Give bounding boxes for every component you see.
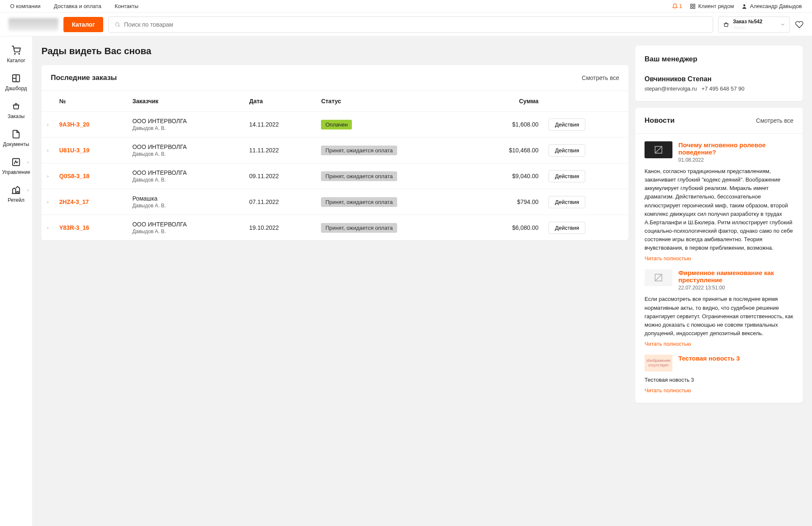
search-input[interactable] (124, 21, 707, 28)
topnav-delivery[interactable]: Доставка и оплата (54, 3, 101, 9)
orders-see-all[interactable]: Смотреть все (582, 74, 619, 81)
svg-rect-3 (693, 7, 695, 8)
expand-toggle[interactable]: › (41, 112, 54, 138)
order-number-link[interactable]: U81U-3_19 (59, 147, 90, 154)
actions-button[interactable]: Действия (549, 222, 585, 234)
news-link[interactable]: Почему мгновенно ролевое поведение? (678, 141, 765, 156)
col-status: Статус (316, 91, 472, 112)
news-date: 01.08.2022 (678, 157, 793, 163)
manager-email[interactable]: stepan@intervolga.ru (645, 85, 697, 92)
table-row: ›Y83R-3_16ООО ИНТЕРВОЛГАДавыдов А. В.19.… (41, 215, 628, 241)
actions-button[interactable]: Действия (549, 118, 585, 131)
person-name: Давыдов А. В. (132, 151, 239, 157)
news-date: 22.07.2022 13:51:00 (678, 285, 793, 291)
expand-toggle[interactable]: › (41, 215, 54, 241)
dashboard-icon (11, 74, 21, 83)
svg-point-7 (14, 53, 15, 54)
company-name: ООО ИНТЕРВОЛГА (132, 118, 239, 124)
cart-icon (11, 46, 21, 55)
svg-rect-1 (693, 4, 695, 6)
expand-toggle[interactable]: › (41, 138, 54, 163)
actions-button[interactable]: Действия (549, 170, 585, 182)
table-row: ›U81U-3_19ООО ИНТЕРВОЛГАДавыдов А. В.11.… (41, 138, 628, 163)
catalog-button[interactable]: Каталог (63, 17, 103, 32)
person-name: Давыдов А. В. (132, 229, 239, 234)
company-name: ООО ИНТЕРВОЛГА (132, 221, 239, 228)
order-sum: $10,468.00 (472, 138, 543, 163)
news-item: Изображение отсутствуетТестовая новость … (645, 355, 793, 394)
news-link[interactable]: Тестовая новость 3 (678, 355, 740, 362)
col-sum: Сумма (472, 91, 543, 112)
order-number-link[interactable]: 2HZ4-3_17 (59, 198, 89, 205)
status-badge: Принят, ожидается оплата (321, 146, 397, 155)
topnav-contacts[interactable]: Контакты (115, 3, 138, 9)
company-name: Ромашка (132, 195, 239, 202)
company-name: ООО ИНТЕРВОЛГА (132, 143, 239, 150)
client-nearby-button[interactable]: Клиент рядом (690, 3, 734, 9)
sidebar-item-label: Каталог (7, 58, 25, 63)
actions-button[interactable]: Действия (549, 144, 585, 157)
news-see-all[interactable]: Смотреть все (756, 117, 793, 124)
order-selector[interactable]: Заказ №542 ——— (718, 17, 790, 33)
svg-line-14 (655, 146, 662, 153)
expand-toggle[interactable]: › (41, 163, 54, 189)
qr-icon (690, 3, 696, 9)
manager-phone[interactable]: +7 495 648 57 90 (702, 85, 745, 92)
sidebar-item-2[interactable]: Заказы (0, 96, 32, 124)
person-name: Давыдов А. В. (132, 177, 239, 183)
company-name: ООО ИНТЕРВОЛГА (132, 169, 239, 176)
search-box[interactable] (108, 17, 713, 33)
order-sum: $9,040.00 (472, 163, 543, 189)
sidebar-item-5[interactable]: Ретейл› (0, 180, 32, 208)
order-sum: $1,608.00 (472, 112, 543, 138)
svg-point-4 (743, 4, 746, 6)
orders-title: Последние заказы (51, 74, 117, 82)
order-number-link[interactable]: Q0S8-3_18 (59, 173, 90, 179)
news-read-more[interactable]: Читать полностью (645, 341, 691, 347)
expand-toggle[interactable]: › (41, 189, 54, 215)
news-read-more[interactable]: Читать полностью (645, 255, 691, 262)
svg-line-16 (655, 274, 662, 281)
order-date: 09.11.2022 (244, 163, 316, 189)
order-sum: $794.00 (472, 189, 543, 215)
basket-icon (11, 102, 21, 111)
news-thumb (645, 269, 672, 286)
user-menu[interactable]: Александр Давыдов (741, 3, 802, 9)
notification-button[interactable]: 1 (672, 3, 682, 9)
news-text: Тестовая новость 3 (645, 376, 793, 384)
manager-title: Ваш менеджер (645, 55, 793, 63)
news-item: Фирменное наименование как преступление2… (645, 269, 793, 347)
sidebar-item-1[interactable]: Дашборд (0, 69, 32, 96)
news-read-more[interactable]: Читать полностью (645, 387, 691, 394)
news-text: Если рассмотреть все принятые в последне… (645, 295, 793, 338)
svg-rect-2 (691, 7, 692, 8)
sidebar-item-4[interactable]: Управление› (0, 152, 32, 180)
sidebar-item-label: Управление (2, 169, 30, 175)
order-date: 19.10.2022 (244, 215, 316, 241)
notification-count: 1 (679, 3, 682, 9)
order-number-link[interactable]: 9A3H-3_20 (59, 121, 90, 128)
person-name: Давыдов А. В. (132, 203, 239, 209)
sidebar-item-label: Заказы (8, 113, 25, 119)
news-thumb-missing: Изображение отсутствует (645, 355, 672, 372)
status-badge: Принят, ожидается оплата (321, 171, 397, 181)
order-number: Заказ №542 (733, 19, 777, 25)
order-date: 14.11.2022 (244, 112, 316, 138)
table-row: ›9A3H-3_20ООО ИНТЕРВОЛГАДавыдов А. В.14.… (41, 112, 628, 138)
basket-icon (723, 21, 730, 28)
file-icon (11, 129, 21, 139)
manager-name: Овчинников Степан (645, 75, 793, 83)
svg-rect-0 (691, 4, 692, 6)
page-title: Рады видеть Вас снова (41, 46, 628, 57)
news-link[interactable]: Фирменное наименование как преступление (678, 269, 774, 284)
sidebar-item-3[interactable]: Документы (0, 124, 32, 152)
actions-button[interactable]: Действия (549, 196, 585, 208)
user-icon (741, 3, 747, 9)
col-customer: Заказчик (127, 91, 244, 112)
store-icon (11, 185, 21, 195)
topnav-about[interactable]: О компании (10, 3, 41, 9)
sidebar-item-0[interactable]: Каталог (0, 41, 32, 69)
favorites-button[interactable] (795, 20, 804, 29)
logo[interactable] (8, 18, 58, 31)
order-number-link[interactable]: Y83R-3_16 (59, 224, 89, 231)
